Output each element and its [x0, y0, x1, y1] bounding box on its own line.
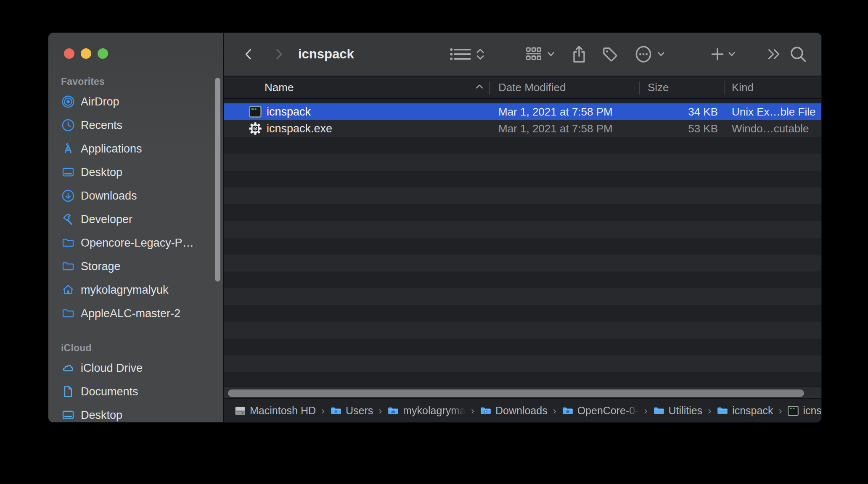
path-separator: ›: [778, 405, 782, 417]
folder-home-icon: [387, 405, 399, 417]
recents-icon: [61, 118, 75, 132]
path-separator: ›: [553, 405, 556, 417]
sidebar-item-home[interactable]: mykolagrymalyuk: [48, 278, 223, 302]
add-dropdown[interactable]: [725, 33, 738, 76]
share-button[interactable]: [569, 33, 589, 76]
path-segment-label: OpenCore-0-: [577, 405, 639, 417]
path-separator: ›: [378, 405, 382, 417]
sidebar-item-desktop-icloud[interactable]: Desktop: [48, 403, 223, 422]
group-button[interactable]: [524, 33, 544, 76]
airdrop-icon: [61, 95, 75, 109]
sidebar-item-label: Opencore-Legacy-P…: [81, 237, 194, 250]
file-row-icnspack[interactable]: icnspack Mar 1, 2021 at 7:58 PM 34 KB Un…: [224, 103, 821, 120]
path-segment-label: Macintosh HD: [250, 405, 316, 417]
sidebar-item-airdrop[interactable]: AirDrop: [48, 90, 223, 113]
sidebar-item-storage[interactable]: Storage: [48, 255, 223, 278]
file-row-icnspack-exe[interactable]: icnspack.exe Mar 1, 2021 at 7:58 PM 53 K…: [224, 120, 821, 137]
path-segment-utilities[interactable]: Utilities: [653, 405, 703, 417]
file-date-modified: Mar 1, 2021 at 7:58 PM: [498, 103, 613, 120]
window-title: icnspack: [298, 33, 354, 76]
file-date-modified: Mar 1, 2021 at 7:58 PM: [498, 120, 613, 137]
add-button[interactable]: [709, 33, 726, 76]
folder-icon: [61, 259, 75, 274]
path-separator: ›: [708, 405, 711, 417]
path-segment-icnspack-file[interactable]: icnspack: [787, 405, 821, 417]
finder-window: Favorites AirDrop Recents: [48, 33, 821, 422]
folder-icon: [717, 405, 728, 417]
sidebar-item-icloud-drive[interactable]: iCloud Drive: [48, 356, 223, 380]
path-segment-label: Users: [346, 405, 373, 417]
unix-executable-icon: [787, 405, 799, 417]
close-button[interactable]: [64, 48, 74, 59]
list-top-gap: [224, 99, 821, 103]
path-separator: ›: [644, 405, 648, 417]
path-separator: ›: [471, 405, 474, 417]
file-size: 53 KB: [653, 120, 718, 137]
sidebar-item-desktop[interactable]: Desktop: [48, 160, 223, 184]
sidebar-item-applications[interactable]: Applications: [48, 137, 223, 160]
folder-icon: [653, 405, 665, 417]
sidebar-item-label: Desktop: [81, 166, 122, 179]
column-header-size[interactable]: Size: [648, 76, 669, 98]
column-divider[interactable]: [639, 81, 640, 95]
sidebar-section-icloud: iCloud: [48, 334, 223, 356]
forward-button[interactable]: [270, 33, 287, 76]
desktop-icon: [61, 165, 75, 179]
column-header-name[interactable]: Name: [265, 76, 294, 98]
column-header-date-modified[interactable]: Date Modified: [498, 76, 566, 98]
horizontal-scrollbar-thumb[interactable]: [228, 389, 804, 397]
unix-executable-icon: [249, 105, 262, 118]
column-divider[interactable]: [489, 81, 490, 95]
sidebar-item-label: Storage: [81, 260, 121, 273]
sidebar-scrollbar[interactable]: [215, 78, 220, 281]
zoom-button[interactable]: [98, 48, 108, 59]
back-button[interactable]: [240, 33, 258, 76]
sidebar-item-opencore-legacy[interactable]: Opencore-Legacy-P…: [48, 231, 223, 255]
path-segment-macintosh-hd[interactable]: Macintosh HD: [234, 405, 316, 417]
search-button[interactable]: [788, 33, 809, 76]
file-kind: Unix Ex…ble File: [732, 103, 815, 120]
view-mode-button[interactable]: [450, 33, 472, 76]
search-icon: [789, 45, 807, 63]
plus-icon: [710, 47, 725, 61]
sidebar-item-developer[interactable]: Developer: [48, 208, 223, 231]
path-segment-label: mykolagryma: [403, 405, 466, 417]
sidebar-item-applealc[interactable]: AppleALC-master-2: [48, 302, 223, 325]
cloud-icon: [61, 361, 75, 375]
path-separator: ›: [321, 405, 325, 417]
path-segment-opencore[interactable]: OpenCore-0-: [562, 405, 639, 417]
more-button[interactable]: [633, 33, 654, 76]
chevrons-right-icon: [766, 47, 781, 61]
sidebar-item-label: Applications: [81, 142, 142, 155]
toolbar-overflow-button[interactable]: [764, 33, 783, 76]
view-mode-stepper[interactable]: [473, 33, 487, 76]
tag-button[interactable]: [600, 33, 620, 76]
path-segment-icnspack-folder[interactable]: icnspack: [717, 405, 773, 417]
file-name: icnspack.exe: [267, 120, 332, 137]
group-dropdown[interactable]: [545, 33, 557, 76]
path-segment-users[interactable]: Users: [330, 405, 373, 417]
file-kind: Windo…cutable: [732, 120, 809, 137]
sidebar-item-downloads[interactable]: Downloads: [48, 184, 223, 208]
sidebar-item-recents[interactable]: Recents: [48, 113, 223, 137]
sidebar-item-documents[interactable]: Documents: [48, 380, 223, 403]
file-name: icnspack: [267, 103, 311, 120]
more-dropdown[interactable]: [655, 33, 667, 76]
downloads-icon: [61, 189, 75, 203]
list-view-icon: [450, 48, 472, 60]
tag-icon: [601, 45, 619, 63]
folder-icon: [562, 405, 574, 417]
chevron-right-icon: [271, 47, 286, 61]
column-divider[interactable]: [724, 81, 725, 95]
group-icon: [525, 45, 542, 63]
path-segment-downloads[interactable]: Downloads: [480, 405, 548, 417]
home-icon: [61, 283, 75, 297]
sidebar-item-label: AirDrop: [81, 95, 119, 108]
minimize-button[interactable]: [81, 48, 91, 59]
toolbar: icnspack: [224, 33, 821, 76]
sidebar: Favorites AirDrop Recents: [48, 33, 223, 422]
path-segment-user-home[interactable]: mykolagryma: [387, 405, 466, 417]
folder-icon: [61, 306, 75, 321]
column-header-kind[interactable]: Kind: [732, 76, 754, 98]
chevron-left-icon: [242, 47, 256, 61]
